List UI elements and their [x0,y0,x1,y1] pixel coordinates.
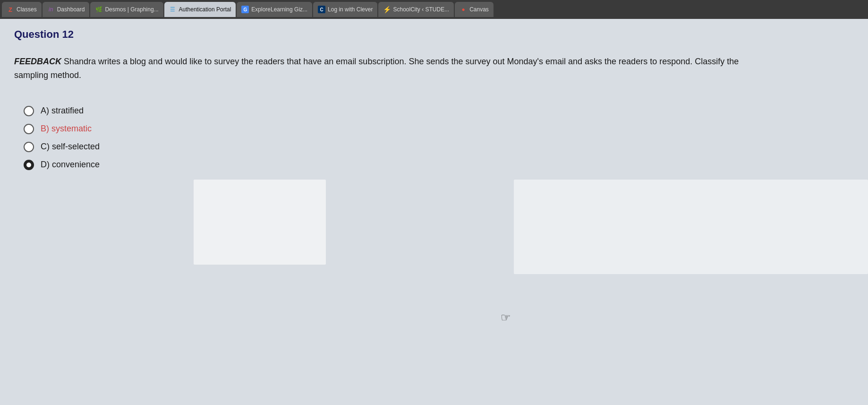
auth-icon: ☰ [169,6,177,13]
tab-dashboard-label: Dashboard [57,6,85,13]
tab-clever-label: Log in with Clever [328,6,373,13]
tab-classes-label: Classes [17,6,37,13]
radio-d-inner [26,163,31,167]
option-c-label: C) self-selected [41,142,100,152]
option-b[interactable]: B) systematic [24,124,854,134]
radio-a[interactable] [24,106,34,116]
clever-icon: C [318,6,325,13]
option-a-label: A) stratified [41,106,84,116]
tab-desmos[interactable]: 🌿 Desmos | Graphing... [90,2,163,17]
bg-highlight-left [194,180,326,265]
option-a[interactable]: A) stratified [24,106,854,116]
tab-schoolcity-label: SchoolCity ‹ STUDE... [393,6,449,13]
explore-icon: G [241,6,249,13]
tab-auth-label: Authentication Portal [179,6,231,13]
answer-options: A) stratified B) systematic C) self-sele… [24,106,854,170]
main-content: Question 12 FEEDBACK Shandra writes a bl… [0,19,868,405]
tab-canvas-label: Canvas [469,6,489,13]
radio-b[interactable] [24,124,34,134]
classes-icon: Z [7,6,14,13]
canvas-icon: ● [460,6,467,13]
tab-bar: Z Classes in Dashboard 🌿 Desmos | Graphi… [0,0,868,19]
option-d[interactable]: D) convenience [24,160,854,170]
question-title: Question 12 [14,28,854,41]
question-body: FEEDBACK Shandra writes a blog and would… [14,55,770,82]
tab-auth[interactable]: ☰ Authentication Portal [164,2,236,17]
tab-schoolcity[interactable]: ⚡ SchoolCity ‹ STUDE... [378,2,454,17]
radio-c[interactable] [24,142,34,152]
option-c[interactable]: C) self-selected [24,142,854,152]
schoolcity-icon: ⚡ [383,6,391,13]
desmos-icon: 🌿 [95,6,102,13]
option-d-label: D) convenience [41,160,100,170]
feedback-label: FEEDBACK [14,57,61,66]
tab-explore-label: ExploreLearning Giz... [251,6,307,13]
tab-classes[interactable]: Z Classes [2,2,42,17]
bg-highlight-right [514,180,868,274]
tab-desmos-label: Desmos | Graphing... [105,6,158,13]
dashboard-icon: in [47,6,55,13]
option-b-label: B) systematic [41,124,92,134]
question-text: Shandra writes a blog and would like to … [14,57,739,80]
tab-dashboard[interactable]: in Dashboard [43,2,90,17]
cursor-icon: ☞ [501,311,511,324]
tab-clever[interactable]: C Log in with Clever [313,2,377,17]
tab-explore[interactable]: G ExploreLearning Giz... [237,2,312,17]
radio-d[interactable] [24,160,34,170]
tab-canvas[interactable]: ● Canvas [455,2,494,17]
